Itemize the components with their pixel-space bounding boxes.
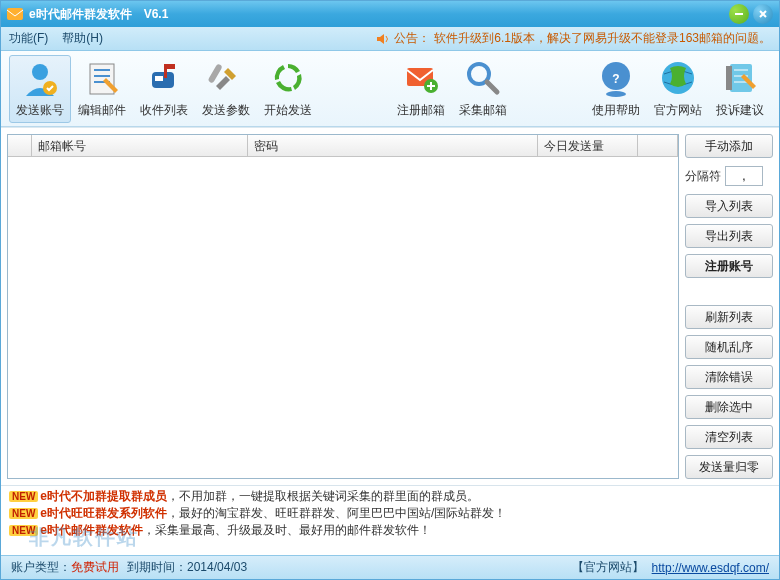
svg-point-18: [606, 91, 626, 97]
window-title: e时代邮件群发软件 V6.1: [29, 6, 729, 23]
tool-label: 开始发送: [264, 102, 312, 119]
tool-start-send[interactable]: 开始发送: [257, 55, 319, 123]
close-button[interactable]: [753, 4, 773, 24]
btn-clear-list[interactable]: 清空列表: [685, 425, 773, 449]
side-panel: 手动添加 分隔符 导入列表 导出列表 注册账号 刷新列表 随机乱序 清除错误 删…: [685, 134, 773, 479]
search-icon: [463, 58, 503, 98]
document-icon: [82, 58, 122, 98]
tools-icon: [206, 58, 246, 98]
col-today-sent[interactable]: 今日发送量: [538, 135, 638, 156]
delimiter-label: 分隔符: [685, 168, 721, 185]
promo-area: NEWe时代不加群提取群成员，不用加群，一键提取根据关键词采集的群里面的群成员。…: [1, 485, 779, 555]
menubar: 功能(F) 帮助(H) 公告： 软件升级到6.1版本，解决了网易升级不能登录16…: [1, 27, 779, 51]
btn-random-order[interactable]: 随机乱序: [685, 335, 773, 359]
speaker-icon: [376, 32, 390, 46]
titlebar[interactable]: e时代邮件群发软件 V6.1: [1, 1, 779, 27]
tool-official-site[interactable]: 官方网站: [647, 55, 709, 123]
promo-line2: NEWe时代旺旺群发系列软件，最好的淘宝群发、旺旺群群发、阿里巴巴中国站/国际站…: [9, 505, 771, 522]
svg-rect-0: [7, 8, 23, 20]
tool-send-params[interactable]: 发送参数: [195, 55, 257, 123]
user-icon: [20, 58, 60, 98]
svg-text:?: ?: [612, 72, 619, 86]
tool-label: 采集邮箱: [459, 102, 507, 119]
btn-import-list[interactable]: 导入列表: [685, 194, 773, 218]
svg-point-2: [32, 64, 48, 80]
table-body[interactable]: [8, 157, 678, 478]
btn-refresh-list[interactable]: 刷新列表: [685, 305, 773, 329]
delimiter-input[interactable]: [725, 166, 763, 186]
tool-complaint[interactable]: 投诉建议: [709, 55, 771, 123]
toolbar: 发送账号 编辑邮件 收件列表 发送参数 开始发送 注册邮箱 采集邮箱 ?: [1, 51, 779, 127]
col-index[interactable]: [8, 135, 32, 156]
announce-text: 软件升级到6.1版本，解决了网易升级不能登录163邮箱的问题。: [434, 30, 771, 47]
col-account[interactable]: 邮箱帐号: [32, 135, 248, 156]
notebook-icon: [720, 58, 760, 98]
tool-label: 官方网站: [654, 102, 702, 119]
svg-rect-20: [730, 64, 752, 92]
statusbar: 账户类型：免费试用 到期时间：2014/04/03 【官方网站】 http://…: [1, 555, 779, 579]
svg-rect-9: [164, 64, 167, 78]
btn-export-list[interactable]: 导出列表: [685, 224, 773, 248]
tool-label: 编辑邮件: [78, 102, 126, 119]
svg-rect-10: [167, 64, 175, 69]
svg-rect-21: [726, 66, 732, 90]
btn-manual-add[interactable]: 手动添加: [685, 134, 773, 158]
tool-label: 发送账号: [16, 102, 64, 119]
official-site-link[interactable]: http://www.esdqf.com/: [652, 561, 769, 575]
col-blank[interactable]: [638, 135, 678, 156]
tool-edit-mail[interactable]: 编辑邮件: [71, 55, 133, 123]
official-site-label: 【官方网站】: [572, 559, 644, 576]
mail-reg-icon: [401, 58, 441, 98]
recycle-icon: [268, 58, 308, 98]
svg-rect-12: [208, 63, 223, 83]
tool-send-account[interactable]: 发送账号: [9, 55, 71, 123]
svg-rect-1: [735, 13, 743, 15]
main-area: 邮箱帐号 密码 今日发送量 手动添加 分隔符 导入列表 导出列表 注册账号 刷新…: [1, 127, 779, 485]
svg-rect-11: [155, 76, 163, 81]
new-badge: NEW: [9, 525, 38, 536]
announce-prefix: 公告：: [394, 30, 430, 47]
tool-collect-mail[interactable]: 采集邮箱: [452, 55, 514, 123]
account-table: 邮箱帐号 密码 今日发送量: [7, 134, 679, 479]
btn-register-account[interactable]: 注册账号: [685, 254, 773, 278]
svg-rect-4: [90, 64, 114, 94]
tool-label: 收件列表: [140, 102, 188, 119]
tool-label: 投诉建议: [716, 102, 764, 119]
tool-label: 注册邮箱: [397, 102, 445, 119]
new-badge: NEW: [9, 508, 38, 519]
tool-use-help[interactable]: ? 使用帮助: [585, 55, 647, 123]
tool-recv-list[interactable]: 收件列表: [133, 55, 195, 123]
btn-reset-sent[interactable]: 发送量归零: [685, 455, 773, 479]
menu-function[interactable]: 功能(F): [9, 30, 48, 47]
menu-help[interactable]: 帮助(H): [62, 30, 103, 47]
app-icon: [7, 6, 23, 22]
window-controls: [729, 4, 773, 24]
delimiter-row: 分隔符: [685, 164, 773, 188]
tool-label: 发送参数: [202, 102, 250, 119]
tool-label: 使用帮助: [592, 102, 640, 119]
mailbox-icon: [144, 58, 184, 98]
promo-line1: NEWe时代不加群提取群成员，不用加群，一键提取根据关键词采集的群里面的群成员。: [9, 488, 771, 505]
help-icon: ?: [596, 58, 636, 98]
tool-register-mail[interactable]: 注册邮箱: [390, 55, 452, 123]
minimize-button[interactable]: [729, 4, 749, 24]
app-window: e时代邮件群发软件 V6.1 功能(F) 帮助(H) 公告： 软件升级到6.1版…: [0, 0, 780, 580]
announcement: 公告： 软件升级到6.1版本，解决了网易升级不能登录163邮箱的问题。: [376, 30, 771, 47]
btn-delete-selected[interactable]: 删除选中: [685, 395, 773, 419]
col-password[interactable]: 密码: [248, 135, 538, 156]
table-header: 邮箱帐号 密码 今日发送量: [8, 135, 678, 157]
new-badge: NEW: [9, 491, 38, 502]
expire-time: 到期时间：2014/04/03: [127, 559, 247, 576]
btn-clear-errors[interactable]: 清除错误: [685, 365, 773, 389]
globe-icon: [658, 58, 698, 98]
promo-line3: NEWe时代邮件群发软件，采集量最高、升级最及时、最好用的邮件群发软件！: [9, 522, 771, 539]
account-type: 账户类型：免费试用: [11, 559, 119, 576]
